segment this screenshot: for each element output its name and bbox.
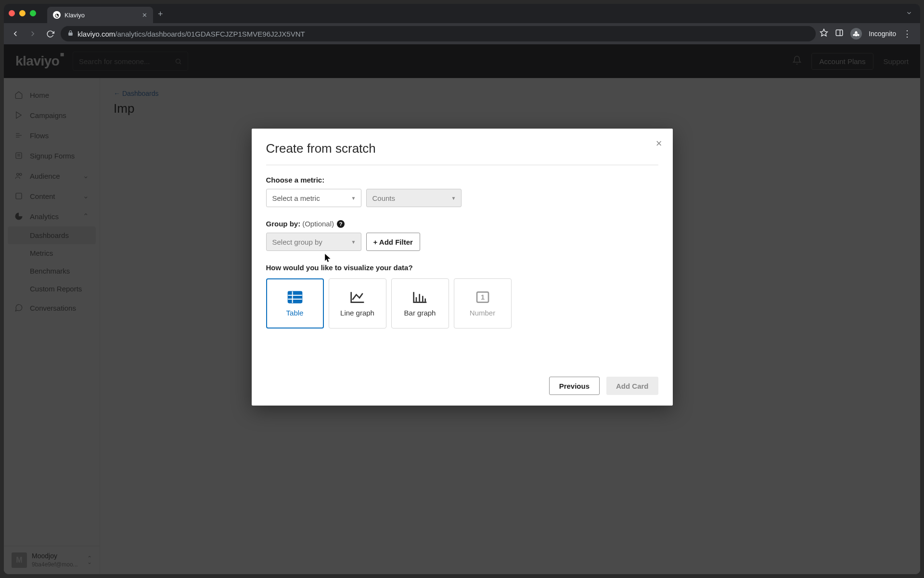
modal-overlay[interactable]: Create from scratch × Choose a metric: S… [4, 44, 920, 574]
page-content: klaviyo◼ Search for someone... Account P… [4, 44, 920, 574]
tab-close-icon[interactable]: ✕ [142, 12, 147, 19]
svg-text:1: 1 [480, 293, 484, 301]
modal-close-icon[interactable]: × [656, 137, 662, 150]
chevron-down-icon: ▼ [451, 196, 456, 201]
address-bar[interactable]: klaviyo.com/analytics/dashboards/01GDASF… [61, 26, 816, 41]
bar-graph-icon [412, 290, 428, 304]
viz-option-number[interactable]: 1 Number [454, 278, 512, 328]
browser-menu-icon[interactable]: ⋮ [903, 28, 911, 39]
incognito-icon [850, 28, 862, 39]
browser-tab-bar: ◔ Klaviyo ✕ + [4, 4, 920, 23]
mac-traffic-lights[interactable] [9, 10, 36, 16]
forward-button[interactable] [26, 27, 39, 40]
browser-tab[interactable]: ◔ Klaviyo ✕ [47, 7, 153, 23]
favicon-icon: ◔ [53, 11, 61, 19]
mac-minimize-button[interactable] [19, 10, 26, 16]
mac-maximize-button[interactable] [30, 10, 36, 16]
create-from-scratch-modal: Create from scratch × Choose a metric: S… [252, 129, 673, 406]
group-by-select[interactable]: Select group by▼ [266, 233, 361, 251]
svg-rect-12 [288, 291, 302, 303]
mouse-cursor-icon [325, 254, 332, 264]
svg-marker-0 [821, 29, 828, 36]
lock-icon [67, 30, 74, 38]
add-card-button[interactable]: Add Card [606, 377, 658, 395]
tabs-dropdown-icon[interactable] [906, 10, 912, 18]
visualize-label: How would you like to visualize your dat… [266, 263, 658, 272]
browser-toolbar: klaviyo.com/analytics/dashboards/01GDASF… [4, 23, 920, 44]
incognito-label: Incognito [869, 30, 896, 38]
metric-select[interactable]: Select a metric▼ [266, 189, 361, 207]
viz-option-line-graph[interactable]: Line graph [329, 278, 386, 328]
browser-window: ◔ Klaviyo ✕ + klaviyo.com/analytics/dash… [4, 4, 920, 574]
metric-label: Choose a metric: [266, 176, 658, 184]
new-tab-button[interactable]: + [158, 9, 163, 19]
url-text: klaviyo.com/analytics/dashboards/01GDASF… [77, 30, 305, 38]
reload-button[interactable] [43, 27, 57, 40]
number-icon: 1 [475, 290, 490, 304]
line-graph-icon [350, 290, 365, 304]
previous-button[interactable]: Previous [549, 377, 600, 395]
tab-title: Klaviyo [64, 12, 138, 19]
viz-option-bar-graph[interactable]: Bar graph [391, 278, 449, 328]
mac-close-button[interactable] [9, 10, 15, 16]
chevron-down-icon: ▼ [351, 196, 356, 201]
chevron-down-icon: ▼ [351, 239, 356, 245]
counts-select[interactable]: Counts▼ [366, 189, 462, 207]
help-icon[interactable]: ? [337, 220, 345, 228]
viz-option-table[interactable]: Table [266, 278, 324, 328]
add-filter-button[interactable]: + Add Filter [366, 233, 420, 251]
divider [266, 165, 658, 165]
bookmark-star-icon[interactable] [820, 28, 828, 39]
group-by-label: Group by: (Optional) ? [266, 220, 658, 228]
table-icon [287, 290, 303, 304]
svg-rect-1 [836, 30, 843, 36]
modal-title: Create from scratch [266, 141, 658, 156]
back-button[interactable] [9, 27, 22, 40]
panel-icon[interactable] [835, 28, 844, 39]
